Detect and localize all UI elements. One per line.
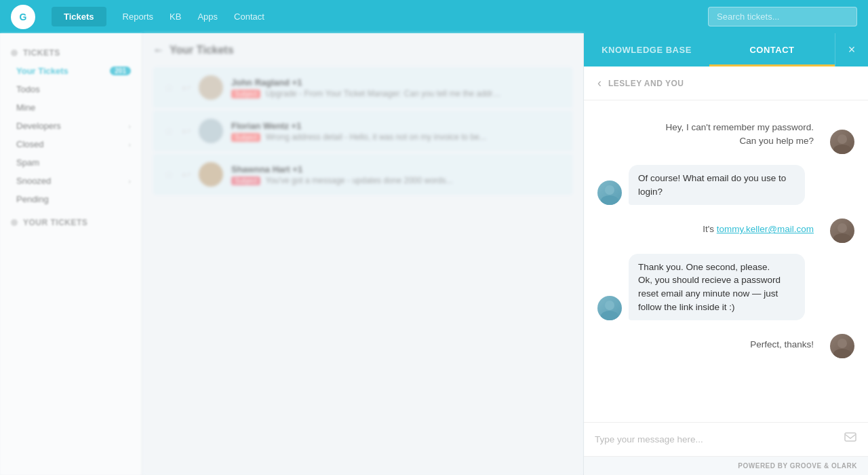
svg-point-0 <box>837 134 847 144</box>
user-avatar <box>830 218 854 243</box>
sidebar-item-spam[interactable]: Spam <box>0 153 142 172</box>
message-bubble: Hey, I can't remember my password. Can y… <box>647 114 823 154</box>
sidebar-item-closed[interactable]: Closed › <box>0 135 142 153</box>
sidebar-section-header: Tickets <box>0 44 142 62</box>
kb-nav-link[interactable]: KB <box>170 12 181 22</box>
chat-panel: KNOWLEDGE BASE CONTACT × ‹ LESLEY AND YO… <box>583 33 868 475</box>
message-bubble: Of course! What email do you use to logi… <box>629 165 805 205</box>
sidebar-item-snoozed[interactable]: Snoozed › <box>0 172 142 190</box>
message-row: Hey, I can't remember my password. Can y… <box>597 114 854 154</box>
nav-search-input[interactable] <box>708 7 857 26</box>
svg-point-2 <box>605 185 614 195</box>
agent-avatar <box>597 296 622 320</box>
nav-logo: G <box>11 5 35 29</box>
conversation-title: LESLEY AND YOU <box>608 79 684 88</box>
message-bubble: It's tommy.keller@mail.com <box>693 216 823 243</box>
reports-nav-link[interactable]: Reports <box>123 12 154 22</box>
chat-input-area <box>584 422 868 456</box>
sidebar-item-todos[interactable]: Todos <box>0 80 142 98</box>
apps-nav-link[interactable]: Apps <box>197 12 218 22</box>
sidebar-section-your-tickets: Your Tickets <box>0 214 142 231</box>
svg-point-7 <box>601 311 618 320</box>
content-header: ← Your Tickets <box>153 44 572 56</box>
sidebar-item-mine[interactable]: Mine <box>0 98 142 117</box>
messages-area: Hey, I can't remember my password. Can y… <box>584 100 868 422</box>
ticket-list-area: ← Your Tickets ☆↩ John Ragland +1 Subjec… <box>142 33 583 475</box>
svg-point-8 <box>837 339 847 348</box>
chat-footer: POWERED BY GROOVE & OLARK <box>584 456 868 475</box>
sidebar-item-your-tickets[interactable]: Your Tickets 201 <box>0 62 142 80</box>
chat-message-input[interactable] <box>595 434 837 444</box>
back-button[interactable]: ‹ <box>597 76 601 90</box>
ticket-list: ☆↩ John Ragland +1 Subject Upgrade - Fro… <box>153 67 572 195</box>
conversation-header: ‹ LESLEY AND YOU <box>584 66 868 100</box>
message-row: Perfect, thanks! <box>597 331 854 358</box>
contact-nav-link[interactable]: Contact <box>234 12 264 22</box>
table-row[interactable]: ☆↩ Florian Wentz +1 Subject Wrong addres… <box>153 111 572 151</box>
tickets-nav-button[interactable]: Tickets <box>52 7 106 26</box>
sidebar-badge-your-tickets: 201 <box>110 66 131 75</box>
svg-point-4 <box>837 223 847 233</box>
sidebar-item-developers[interactable]: Developers › <box>0 117 142 135</box>
message-bubble: Perfect, thanks! <box>741 331 823 358</box>
sidebar-section-tickets: Tickets Your Tickets 201 Todos Mine Deve… <box>0 44 142 208</box>
svg-point-9 <box>833 349 851 358</box>
agent-avatar <box>597 180 622 205</box>
send-message-icon[interactable] <box>844 431 857 448</box>
message-row: Of course! What email do you use to logi… <box>597 165 854 205</box>
svg-point-5 <box>833 233 851 243</box>
table-row[interactable]: ☆↩ Shawnna Hart +1 Subject You've got a … <box>153 154 572 195</box>
sidebar: Tickets Your Tickets 201 Todos Mine Deve… <box>0 33 142 475</box>
message-bubble: Thank you. One second, please.Ok, you sh… <box>629 254 805 320</box>
top-nav: G Tickets Reports KB Apps Contact <box>0 0 868 33</box>
tab-contact[interactable]: CONTACT <box>709 33 835 66</box>
message-row: It's tommy.keller@mail.com <box>597 216 854 243</box>
svg-point-3 <box>601 195 618 205</box>
svg-rect-10 <box>845 433 856 441</box>
tab-knowledge-base[interactable]: KNOWLEDGE BASE <box>584 33 709 66</box>
close-button[interactable]: × <box>835 33 868 66</box>
user-avatar <box>830 130 854 154</box>
email-link[interactable]: tommy.keller@mail.com <box>717 224 814 234</box>
table-row[interactable]: ☆↩ John Ragland +1 Subject Upgrade - Fro… <box>153 67 572 108</box>
sidebar-section2-header: Your Tickets <box>0 214 142 231</box>
user-avatar <box>830 334 854 358</box>
svg-point-1 <box>833 145 851 154</box>
svg-point-6 <box>605 301 614 310</box>
message-row: Thank you. One second, please.Ok, you sh… <box>597 254 854 320</box>
chat-tabs: KNOWLEDGE BASE CONTACT × <box>584 33 868 66</box>
main-layout: Tickets Your Tickets 201 Todos Mine Deve… <box>0 33 868 475</box>
sidebar-item-pending[interactable]: Pending <box>0 190 142 208</box>
